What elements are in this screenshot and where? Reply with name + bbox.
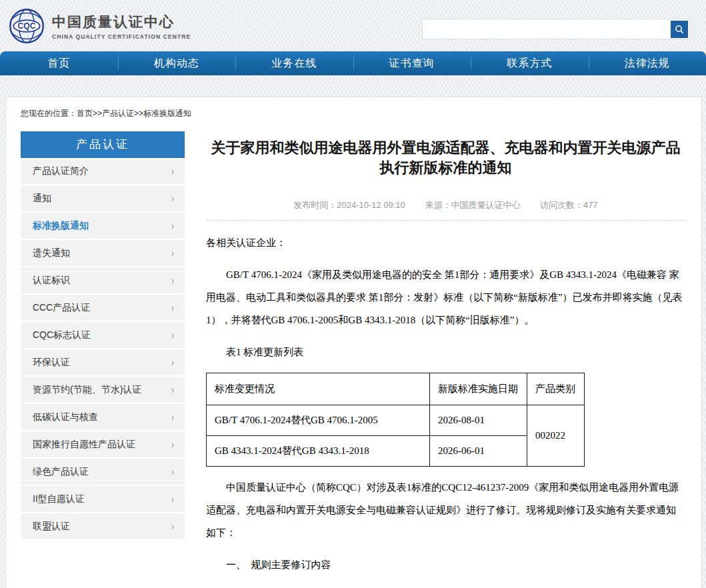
nav-item-contact[interactable]: 联系方式 <box>471 51 589 75</box>
breadcrumb: 您现在的位置：首页>>产品认证>>标准换版通知 <box>21 106 693 126</box>
svg-text:CQC: CQC <box>18 21 36 31</box>
cell-change-2: GB 4343.1-2024替代GB 4343.1-2018 <box>207 436 430 467</box>
paragraph-revision: 中国质量认证中心（简称CQC）对涉及表1标准的CQC12-461237-2009… <box>206 476 685 544</box>
sidebar-item-alliance[interactable]: 联盟认证› <box>21 513 185 539</box>
article: 关于家用和类似用途电器用外置电源适配器、充电器和内置开关电源产品执行新版标准的通… <box>206 131 685 588</box>
chevron-right-icon: › <box>171 520 174 532</box>
chevron-right-icon: › <box>171 356 174 368</box>
publish-time: 发布时间：2024-10-12 09:10 <box>293 200 405 210</box>
col-header-date: 新版标准实施日期 <box>430 373 527 405</box>
chevron-right-icon: › <box>171 165 174 177</box>
logo-text: 中国质量认证中心 CHINA QUALITY CERTIFICATION CEN… <box>52 13 191 40</box>
article-body: 各相关认证企业： GB/T 4706.1-2024《家用及类似用途电器的的安全 … <box>206 231 685 588</box>
logo-name-en: CHINA QUALITY CERTIFICATION CENTRE <box>52 33 191 40</box>
article-title: 关于家用和类似用途电器用外置电源适配器、充电器和内置开关电源产品执行新版标准的通… <box>208 138 684 178</box>
sidebar-item-cert-mark[interactable]: 认证标识› <box>21 267 185 293</box>
nav-item-laws[interactable]: 法律法规 <box>589 51 706 75</box>
search-bar <box>422 19 690 39</box>
col-header-change: 标准变更情况 <box>207 373 430 405</box>
sidebar-title: 产品认证 <box>21 131 185 158</box>
logo-name-cn: 中国质量认证中心 <box>52 13 191 31</box>
breadcrumb-label: 您现在的位置： <box>21 109 77 118</box>
search-icon <box>675 25 684 34</box>
chevron-right-icon: › <box>171 274 174 286</box>
cell-date-1: 2026-08-01 <box>430 405 527 436</box>
chevron-right-icon: › <box>171 493 174 505</box>
cqc-globe-icon: CQC <box>8 7 45 45</box>
sidebar-item-national-voluntary[interactable]: 国家推行自愿性产品认证› <box>21 431 185 457</box>
sidebar-item-intro[interactable]: 产品认证简介› <box>21 158 185 184</box>
nav-item-home[interactable]: 首页 <box>0 51 118 75</box>
search-button[interactable] <box>671 21 688 38</box>
revision-item-1: 1. GB/T 4706.1-2024替代GB 4706.1-2005； <box>206 585 685 588</box>
cell-category: 002022 <box>527 405 585 467</box>
chevron-right-icon: › <box>171 438 174 450</box>
nav-item-cert-query[interactable]: 证书查询 <box>353 51 471 75</box>
sidebar: 产品认证 产品认证简介› 通知› 标准换版通知› 遗失通知› 认证标识› CCC… <box>21 131 185 588</box>
sidebar-item-lost-notice[interactable]: 遗失通知› <box>21 240 185 266</box>
site-header: CQC 中国质量认证中心 CHINA QUALITY CERTIFICATION… <box>0 0 706 51</box>
search-input[interactable] <box>423 19 671 39</box>
article-source: 来源：中国质量认证中心 <box>425 200 520 210</box>
content-panel: 您现在的位置：首页>>产品认证>>标准换版通知 产品认证 产品认证简介› 通知›… <box>5 97 702 588</box>
sidebar-item-env[interactable]: 环保认证› <box>21 349 185 375</box>
chevron-right-icon: › <box>171 247 174 259</box>
cell-date-2: 2026-06-01 <box>430 436 527 467</box>
nav-item-news[interactable]: 机构动态 <box>118 51 236 75</box>
salutation: 各相关认证企业： <box>206 231 685 254</box>
standards-update-table: 标准变更情况 新版标准实施日期 产品类别 GB/T 4706.1-2024替代G… <box>206 373 585 467</box>
table-row: GB/T 4706.1-2024替代GB 4706.1-2005 2026-08… <box>207 405 585 436</box>
col-header-category: 产品类别 <box>527 373 585 405</box>
sidebar-item-ccc[interactable]: CCC产品认证› <box>21 295 185 321</box>
cell-change-1: GB/T 4706.1-2024替代GB 4706.1-2005 <box>207 405 430 436</box>
table-header-row: 标准变更情况 新版标准实施日期 产品类别 <box>207 373 585 405</box>
breadcrumb-standard-change[interactable]: 标准换版通知 <box>143 109 191 118</box>
table-caption: 表1 标准更新列表 <box>206 341 685 363</box>
sidebar-item-low-carbon[interactable]: 低碳认证与核查› <box>21 404 185 430</box>
chevron-right-icon: › <box>171 329 174 341</box>
breadcrumb-home[interactable]: 首页 <box>77 109 93 118</box>
sidebar-item-green-product[interactable]: 绿色产品认证› <box>21 459 185 485</box>
chevron-right-icon: › <box>171 411 174 423</box>
breadcrumb-separator: >> <box>93 109 102 118</box>
chevron-right-icon: › <box>171 192 174 204</box>
page: CQC 中国质量认证中心 CHINA QUALITY CERTIFICATION… <box>0 0 706 588</box>
sidebar-menu: 产品认证简介› 通知› 标准换版通知› 遗失通知› 认证标识› CCC产品认证›… <box>21 158 185 539</box>
view-count: 访问次数：477 <box>540 200 598 210</box>
sidebar-item-resource-saving[interactable]: 资源节约(节能、节水)认证› <box>21 377 185 403</box>
chevron-right-icon: › <box>171 465 174 477</box>
main-nav: 首页 机构动态 业务在线 证书查询 联系方式 法律法规 <box>0 51 706 75</box>
sidebar-item-cqc-mark[interactable]: CQC标志认证› <box>21 322 185 348</box>
breadcrumb-product-cert[interactable]: 产品认证 <box>102 109 134 118</box>
content-wrap: 您现在的位置：首页>>产品认证>>标准换版通知 产品认证 产品认证简介› 通知›… <box>0 75 706 588</box>
breadcrumb-separator: >> <box>134 109 143 118</box>
logo[interactable]: CQC 中国质量认证中心 CHINA QUALITY CERTIFICATION… <box>8 7 191 45</box>
nav-item-online[interactable]: 业务在线 <box>235 51 353 75</box>
article-meta: 发布时间：2024-10-12 09:10 来源：中国质量认证中心 访问次数：4… <box>206 199 685 221</box>
chevron-right-icon: › <box>171 301 174 313</box>
sidebar-item-type2-voluntary[interactable]: II型自愿认证› <box>21 486 185 512</box>
section-1-heading: 一、 规则主要修订内容 <box>206 553 685 576</box>
chevron-right-icon: › <box>171 383 174 395</box>
chevron-right-icon: › <box>171 219 174 231</box>
sidebar-item-notice[interactable]: 通知› <box>21 185 185 211</box>
sidebar-item-standard-change-notice[interactable]: 标准换版通知› <box>21 213 185 239</box>
paragraph-intro: GB/T 4706.1-2024《家用及类似用途电器的的安全 第1部分：通用要求… <box>206 263 685 331</box>
